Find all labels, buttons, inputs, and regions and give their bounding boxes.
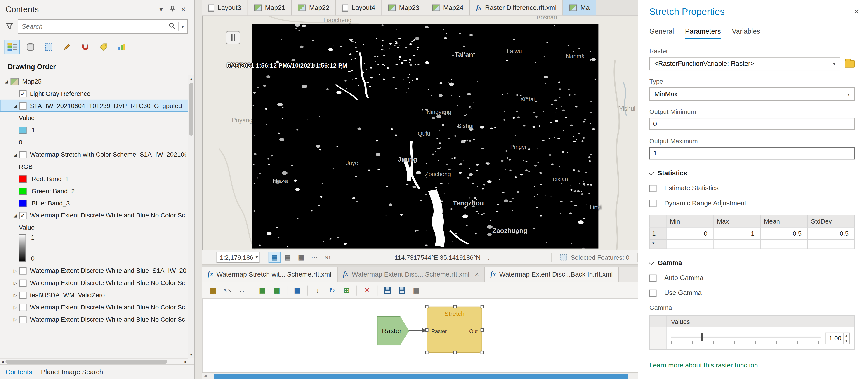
selection-handle[interactable] [425, 328, 429, 331]
properties-tab-general[interactable]: General [649, 28, 674, 39]
layer-visibility-checkbox[interactable] [20, 102, 27, 109]
layer-visibility-checkbox[interactable] [20, 151, 27, 158]
document-tab-layout3[interactable]: Layout3 [202, 0, 248, 15]
map-scale-combo[interactable]: 1:2,179,186 ▾ [217, 252, 260, 263]
layer-tree-row[interactable]: ◢✓Watermap Extent Discrete White and Blu… [0, 209, 188, 221]
properties-tab-parameters[interactable]: Parameters [685, 28, 721, 39]
layer-tree-row[interactable]: ▷test\USDA_WM_ValidZero [0, 289, 188, 301]
layer-tree-row[interactable]: RGB [0, 160, 188, 173]
expander-icon[interactable]: ▷ [11, 317, 20, 322]
list-by-charts-icon[interactable] [114, 40, 129, 54]
function-tab-watermap-stretch-wit-scheme-rft-xml[interactable]: fxWatermap Stretch wit... Scheme.rft.xml [202, 267, 338, 282]
map-coordinates[interactable]: 114.7317544°E 35.1419186°N ⌄ [336, 254, 549, 260]
stats-cell[interactable]: 1 [713, 227, 761, 239]
layer-visibility-checkbox[interactable] [20, 279, 27, 287]
fit-to-window-icon[interactable]: ↖↘ [221, 284, 234, 297]
selection-handle[interactable] [454, 305, 457, 308]
expander-icon[interactable]: ◢ [11, 152, 20, 157]
layer-visibility-checkbox[interactable] [20, 316, 27, 323]
stretch-function-node[interactable]: Stretch Raster Out [427, 307, 482, 353]
search-options-caret-icon[interactable]: ▾ [182, 24, 184, 29]
pane-tab-contents[interactable]: Contents [5, 368, 32, 376]
statistics-section-header[interactable]: Statistics [649, 169, 855, 177]
layer-tree-row[interactable]: ▷Watermap Extent Discrete White and Blue… [0, 301, 188, 313]
gamma-slider[interactable] [671, 330, 820, 346]
gamma-slider-handle[interactable] [701, 333, 703, 341]
layer-visibility-checkbox[interactable]: ✓ [20, 90, 27, 97]
stats-cell[interactable]: 0.5 [761, 227, 807, 239]
auto-layout-icon[interactable]: ▦ [206, 284, 220, 297]
function-diagram-canvas[interactable]: Raster Stretch Raster Out [202, 299, 638, 373]
insert-panel-icon[interactable]: ▤ [291, 284, 304, 297]
learn-more-link[interactable]: Learn more about this raster function [649, 361, 758, 369]
layer-tree-row[interactable]: ◢Map25 [0, 75, 188, 88]
pause-drawing-icon[interactable]: ⋯ [308, 252, 320, 263]
spin-up-icon[interactable]: ▲ [844, 333, 849, 338]
snapping-toggle-icon[interactable]: ▦ [269, 252, 281, 263]
layer-tree-row[interactable]: Red: Band_1 [0, 173, 188, 185]
contents-horizontal-scrollbar[interactable]: ◄ ► [0, 358, 188, 364]
sort-fields-icon[interactable]: N↕ [322, 252, 334, 263]
selection-handle[interactable] [425, 351, 429, 354]
close-pane-icon[interactable]: × [854, 6, 859, 17]
layer-tree-row[interactable]: Green: Band_2 [0, 185, 188, 197]
layer-tree-row[interactable]: Blue: Band_3 [0, 197, 188, 209]
save-as-icon[interactable] [395, 284, 409, 297]
document-tab-map24[interactable]: Map24 [426, 0, 470, 15]
refresh-icon[interactable]: ↻ [326, 284, 339, 297]
time-slider-handle[interactable] [226, 31, 240, 44]
zoom-actual-icon[interactable]: ↔ [235, 284, 249, 297]
layer-tree-row[interactable]: 1 [0, 124, 188, 136]
selection-handle[interactable] [480, 305, 484, 308]
layer-tree-row[interactable]: 0 [0, 136, 188, 148]
expander-icon[interactable]: ▷ [11, 292, 20, 297]
layer-visibility-checkbox[interactable]: ✓ [20, 212, 27, 219]
stats-cell[interactable] [807, 239, 855, 249]
dynamic-range-adjustment-row[interactable]: Dynamic Range Adjustment [649, 199, 855, 207]
output-minimum-input[interactable]: 0 [649, 118, 855, 130]
layer-tree-row[interactable]: ✓Light Gray Reference [0, 88, 188, 100]
function-editor-horizontal-scrollbar[interactable]: ◄ [202, 373, 638, 379]
layer-tree-row[interactable]: ◢Watermap Stretch with Color Scheme_S1A_… [0, 148, 188, 160]
show-grid-icon[interactable]: ▦ [410, 284, 423, 297]
document-tab-ma[interactable]: Ma [563, 0, 596, 15]
list-by-selection-icon[interactable] [41, 40, 57, 54]
grid-icon[interactable]: ▦ [295, 252, 307, 263]
layer-tree-row[interactable]: ▷Watermap Extent Discrete White and Blue… [0, 265, 188, 277]
filter-icon[interactable] [5, 22, 13, 31]
function-tab-watermap-extent-disc-scheme-rft-xml[interactable]: fxWatermap Extent Disc... Scheme.rft.xml… [338, 267, 485, 282]
search-field[interactable] [22, 23, 168, 30]
expander-icon[interactable]: ▷ [11, 280, 20, 285]
pane-menu-icon[interactable]: ▾ [156, 5, 166, 13]
browse-folder-icon[interactable] [845, 60, 855, 67]
new-function-icon[interactable]: ⊞ [340, 284, 353, 297]
raster-variable-combo[interactable]: <RasterFunctionVariable: Raster> ▾ [649, 57, 840, 70]
list-by-editing-icon[interactable] [59, 40, 75, 54]
list-by-drawing-order-icon[interactable] [4, 40, 20, 54]
layer-visibility-checkbox[interactable] [20, 291, 27, 298]
raster-variable-node[interactable]: Raster [377, 316, 409, 345]
stats-cell[interactable] [666, 239, 713, 249]
estimate-statistics-checkbox[interactable] [649, 185, 657, 192]
layer-tree-row[interactable]: 10 [0, 233, 188, 264]
layer-visibility-checkbox[interactable] [20, 304, 27, 311]
scroll-right-icon[interactable]: ► [184, 359, 188, 365]
selected-features-status[interactable]: Selected Features: 0 [554, 254, 635, 260]
layer-tree-row[interactable]: ▷Watermap Extent Discrete White and Blue… [0, 277, 188, 289]
search-input[interactable]: ▾ [18, 20, 188, 34]
statistics-table[interactable]: MinMaxMeanStdDev1010.50.5* [649, 215, 855, 249]
list-by-snapping-icon[interactable] [78, 40, 93, 54]
properties-tab-variables[interactable]: Variables [732, 28, 760, 39]
gamma-value-spinner[interactable]: 1.00 ▲▼ [825, 333, 850, 344]
pane-tab-planet-image-search[interactable]: Planet Image Search [41, 368, 103, 376]
stats-cell[interactable]: 0 [666, 227, 713, 239]
layer-tree-row[interactable]: ◢S1A_IW_20210604T101239_DVP_RTC30_G_gpuf… [0, 100, 188, 112]
expander-icon[interactable]: ▷ [11, 268, 20, 273]
close-pane-icon[interactable]: × [178, 4, 189, 14]
expander-icon[interactable]: ▷ [11, 305, 20, 310]
stats-cell[interactable] [761, 239, 807, 249]
contents-vertical-scrollbar[interactable]: ▲ ▼ [188, 75, 194, 358]
estimate-statistics-row[interactable]: Estimate Statistics [649, 184, 855, 192]
scroll-down-icon[interactable]: ▼ [189, 351, 193, 357]
expander-icon[interactable]: ◢ [11, 213, 20, 218]
